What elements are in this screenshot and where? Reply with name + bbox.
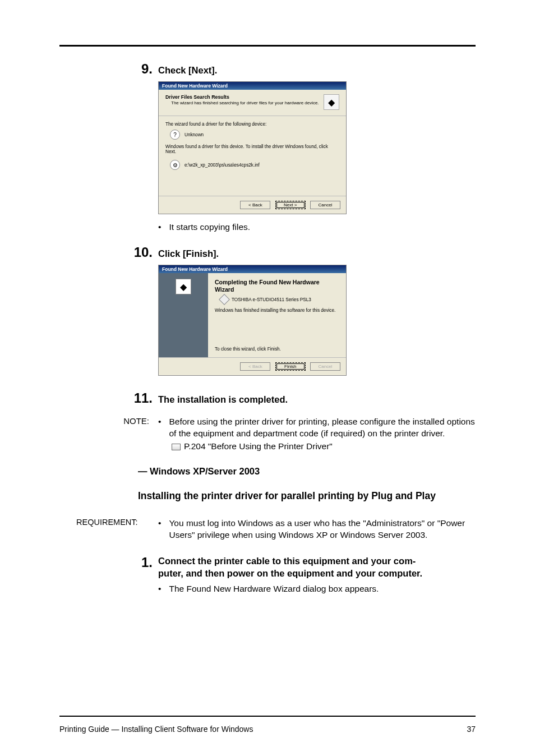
bullet-icon: • (158, 584, 161, 594)
step-number-9: 9. (132, 61, 153, 77)
wizard-side-icon: ◆ (176, 279, 191, 294)
dialog2-heading: Completing the Found New Hardware Wizard (215, 279, 339, 293)
dialog2-title: Found New Hardware Wizard (159, 265, 346, 273)
device-diamond-icon (219, 294, 230, 305)
dialog1-title: Found New Hardware Wizard (159, 82, 346, 90)
step1-sub-bullet: The Found New Hardware Wizard dialog box… (169, 584, 379, 594)
note-label: NOTE: (59, 416, 158, 426)
step-text-9: Check [Next]. (158, 65, 217, 76)
device-icon: ? (170, 130, 180, 140)
dialog1-device: Unknown (185, 132, 204, 137)
bullet-icon: • (158, 518, 161, 541)
dialog-completing: Found New Hardware Wizard ◆ Completing t… (158, 265, 347, 376)
note-reference: P.204 "Before Using the Printer Driver" (184, 441, 333, 453)
back-button[interactable]: < Back (240, 201, 270, 209)
dialog2-device: TOSHIBA e-STUDIO4511 Series PSL3 (232, 297, 311, 302)
step-number-11: 11. (132, 390, 153, 406)
footer-page-number: 37 (467, 725, 476, 734)
back-button-disabled: < Back (240, 362, 270, 371)
step-number-10: 10. (132, 245, 153, 260)
step-text-11: The installation is completed. (158, 394, 288, 405)
next-button[interactable]: Next > (275, 201, 306, 209)
step1-line2: puter, and then power on the equipment a… (158, 567, 422, 579)
section-heading-os: — Windows XP/Server 2003 (138, 466, 476, 477)
note-text: Before using the printer driver for prin… (169, 416, 476, 440)
dialog1-subheading: The wizard has finished searching for dr… (171, 100, 324, 105)
bullet-icon: • (158, 416, 161, 440)
step1-line1: Connect the printer cable to this equipm… (158, 555, 422, 567)
dialog2-msg: Windows has finished installing the soft… (215, 308, 339, 313)
requirement-label: REQUIREMENT: (59, 518, 158, 527)
requirement-text: You must log into Windows as a user who … (169, 518, 476, 541)
book-icon (172, 444, 181, 450)
section-subheading: Installing the printer driver for parall… (138, 490, 476, 502)
dialog1-path: e:\w2k_xp_2003\ps\usa\es4cps2k.inf (185, 163, 260, 168)
inf-file-icon: ⚙ (170, 160, 180, 170)
step-number-1: 1. (132, 555, 153, 570)
dialog1-line2: Windows found a driver for this device. … (165, 144, 339, 154)
cancel-button[interactable]: Cancel (310, 201, 340, 209)
dialog-search-results: Found New Hardware Wizard Driver Files S… (158, 81, 347, 214)
dialog1-line1: The wizard found a driver for the follow… (165, 122, 339, 127)
dialog1-heading: Driver Files Search Results (165, 94, 324, 100)
dialog2-closing: To close this wizard, click Finish. (215, 347, 339, 352)
wizard-icon: ◆ (324, 94, 339, 110)
cancel-button-disabled: Cancel (310, 362, 340, 371)
finish-button[interactable]: Finish (275, 362, 306, 371)
step-text-10: Click [Finish]. (158, 248, 219, 259)
footer-left: Printing Guide — Installing Client Softw… (59, 725, 253, 734)
copying-bullet: It starts copying files. (158, 222, 476, 232)
